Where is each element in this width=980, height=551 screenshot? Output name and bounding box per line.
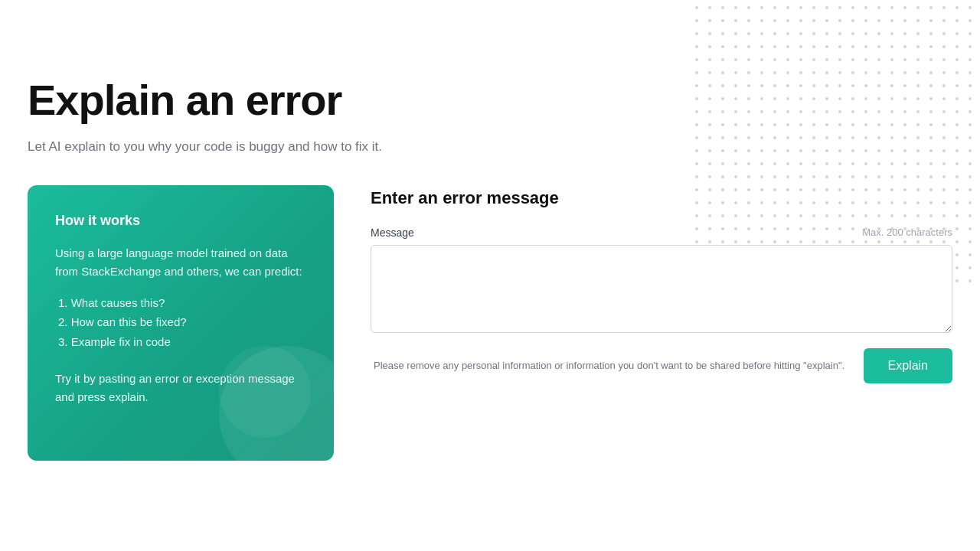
how-it-works-list: 1. What causes this? 2. How can this be … <box>55 293 306 352</box>
list-item-3: 3. Example fix in code <box>55 332 306 352</box>
list-item-1: 1. What causes this? <box>55 293 306 313</box>
bottom-section: How it works Using a large language mode… <box>28 185 952 461</box>
form-title: Enter an error message <box>371 188 952 208</box>
how-it-works-description: Using a large language model trained on … <box>55 244 306 281</box>
main-content: Explain an error Let AI explain to you w… <box>0 0 980 461</box>
privacy-note: Please remove any personal information o… <box>371 358 851 373</box>
how-it-works-title: How it works <box>55 213 306 229</box>
message-label-row: Message Max. 200 characters <box>371 227 952 239</box>
message-label: Message <box>371 227 414 239</box>
how-it-works-card: How it works Using a large language mode… <box>28 185 334 461</box>
how-it-works-cta: Try it by pasting an error or exception … <box>55 370 306 406</box>
list-item-2: 2. How can this be fixed? <box>55 312 306 332</box>
message-input[interactable] <box>371 245 952 333</box>
page-subtitle: Let AI explain to you why your code is b… <box>28 139 952 155</box>
header-section: Explain an error Let AI explain to you w… <box>28 0 952 185</box>
form-section: Enter an error message Message Max. 200 … <box>371 185 952 383</box>
form-footer: Please remove any personal information o… <box>371 348 952 383</box>
max-chars-label: Max. 200 characters <box>862 227 952 238</box>
page-title: Explain an error <box>28 77 952 124</box>
explain-button[interactable]: Explain <box>864 348 952 383</box>
